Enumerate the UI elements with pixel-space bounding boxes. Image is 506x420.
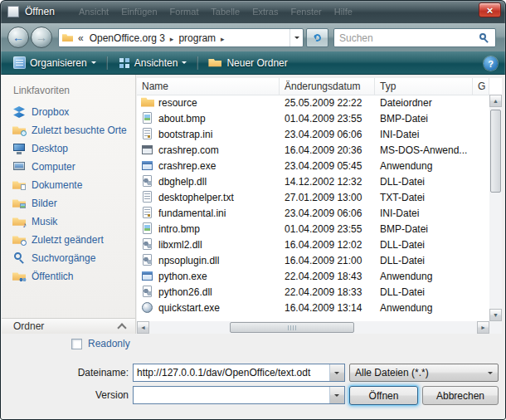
- sidebar-item-label: Zuletzt besuchte Orte: [32, 125, 127, 136]
- breadcrumb-collapse-button[interactable]: «: [75, 32, 86, 44]
- sidebar-item-recent-places[interactable]: Zuletzt besuchte Orte: [2, 121, 135, 139]
- file-row[interactable]: resource25.05.2009 22:22Dateiordner: [137, 95, 489, 110]
- file-row[interactable]: fundamental.ini23.04.2009 06:06INI-Datei: [137, 205, 489, 221]
- file-row[interactable]: desktophelper.txt27.01.2009 13:00TXT-Dat…: [137, 189, 489, 205]
- file-name-cell: dbghelp.dll: [137, 175, 280, 188]
- file-type-cell: Anwendung: [375, 271, 473, 282]
- dialog-icon: [7, 6, 19, 17]
- organize-button[interactable]: Organisieren: [7, 54, 103, 72]
- file-row[interactable]: intro.bmp01.04.2009 23:55BMP-Datei: [137, 221, 489, 237]
- titlebar[interactable]: Öffnen Ansicht Einfügen Format Tabelle E…: [0, 0, 506, 23]
- filename-label: Dateiname:: [47, 367, 129, 378]
- pictures-icon: [12, 197, 27, 210]
- new-folder-button[interactable]: Neuer Ordner: [202, 54, 294, 72]
- breadcrumb-chevron-icon[interactable]: [168, 32, 176, 44]
- file-row[interactable]: quickstart.exe16.04.2009 13:14Anwendung: [137, 300, 489, 315]
- filename-input[interactable]: [134, 364, 329, 381]
- forward-button[interactable]: [31, 27, 52, 48]
- file-row[interactable]: npsoplugin.dll16.04.2009 21:00DLL-Datei: [137, 252, 489, 268]
- views-button[interactable]: Ansichten: [111, 54, 194, 72]
- horizontal-scroll-thumb[interactable]: [230, 322, 354, 333]
- sidebar-item-label: Dropbox: [32, 106, 69, 118]
- sidebar-item-desktop[interactable]: Desktop: [2, 139, 135, 158]
- sidebar-item-dropbox[interactable]: Dropbox: [2, 103, 135, 121]
- breadcrumb[interactable]: « OpenOffice.org 3program: [58, 28, 304, 47]
- sidebar-item-pictures[interactable]: Bilder: [2, 194, 135, 212]
- file-row[interactable]: python.exe22.04.2009 18:43Anwendung: [137, 268, 489, 284]
- sidebar-item-searches[interactable]: Suchvorgänge: [2, 249, 135, 267]
- sidebar-item-computer[interactable]: Computer: [2, 158, 135, 176]
- version-dropdown-button[interactable]: [329, 387, 344, 403]
- vertical-scrollbar[interactable]: [489, 95, 502, 321]
- column-header[interactable]: G: [473, 78, 489, 95]
- sidebar-item-recent-changes[interactable]: Zuletzt geändert: [2, 231, 135, 249]
- file-row[interactable]: bootstrap.ini23.04.2009 06:06INI-Datei: [137, 126, 489, 142]
- file-date-cell: 16.04.2009 12:02: [280, 239, 375, 251]
- search-icon[interactable]: [479, 32, 490, 44]
- file-name: quickstart.exe: [158, 302, 220, 314]
- file-date-cell: 23.04.2009 06:06: [280, 208, 375, 219]
- open-button[interactable]: Öffnen: [349, 386, 418, 405]
- search-input[interactable]: [334, 32, 479, 44]
- file-row[interactable]: python26.dll22.04.2009 18:33DLL-Datei: [137, 284, 489, 300]
- file-row[interactable]: dbghelp.dll14.12.2002 12:32DLL-Datei: [137, 173, 489, 189]
- sidebar-item-public[interactable]: Öffentlich: [2, 267, 135, 286]
- refresh-button[interactable]: [306, 28, 328, 47]
- cancel-button[interactable]: Abbrechen: [422, 386, 499, 405]
- column-label: Änderungsdatum: [285, 81, 360, 92]
- version-input[interactable]: [134, 387, 329, 403]
- column-header[interactable]: Typ: [375, 78, 473, 95]
- file-row[interactable]: crashrep.exe23.04.2009 05:45Anwendung: [137, 158, 489, 173]
- column-header[interactable]: Name: [137, 78, 280, 95]
- version-label: Version: [47, 389, 129, 401]
- horizontal-scrollbar[interactable]: [137, 321, 489, 334]
- column-label: Typ: [380, 81, 396, 92]
- app-file-icon: [141, 270, 154, 283]
- quickstart-file-icon: [141, 301, 154, 315]
- readonly-checkbox[interactable]: [71, 339, 82, 349]
- readonly-label: Readonly: [88, 338, 130, 349]
- bmp-file-icon: [141, 112, 154, 125]
- breadcrumb-items: OpenOffice.org 3program: [86, 29, 226, 46]
- back-button[interactable]: [7, 27, 29, 48]
- scroll-down-arrow-icon[interactable]: [489, 309, 502, 321]
- chevron-down-icon: [182, 61, 187, 66]
- music-icon: [12, 215, 27, 228]
- app-file-icon: [141, 159, 154, 173]
- close-button[interactable]: [479, 2, 501, 17]
- file-type-cell: DLL-Datei: [375, 255, 473, 266]
- breadcrumb-item[interactable]: program: [175, 32, 219, 44]
- file-date-cell: 16.04.2009 21:00: [280, 255, 375, 266]
- filename-dropdown-button[interactable]: [329, 364, 344, 381]
- file-row[interactable]: libxml2.dll16.04.2009 12:02DLL-Datei: [137, 237, 489, 252]
- ini-file-icon: [141, 207, 154, 220]
- file-row[interactable]: about.bmp01.04.2009 23:55BMP-Datei: [137, 110, 489, 126]
- file-name: python.exe: [158, 271, 207, 282]
- scroll-left-arrow-icon[interactable]: [137, 321, 149, 334]
- folders-bar[interactable]: Ordner: [2, 318, 135, 334]
- sidebar-item-documents[interactable]: Dokumente: [2, 176, 135, 194]
- search-box: [333, 28, 496, 47]
- sidebar-item-label: Computer: [32, 161, 75, 173]
- scroll-up-arrow-icon[interactable]: [489, 95, 502, 107]
- file-row[interactable]: crashrep.com16.04.2009 20:36MS-DOS-Anwen…: [137, 142, 489, 158]
- file-name: crashrep.com: [158, 144, 219, 156]
- column-header[interactable]: Änderungsdatum: [280, 78, 375, 95]
- file-name: libxml2.dll: [158, 239, 202, 251]
- new-folder-icon: [208, 56, 222, 70]
- breadcrumb-item[interactable]: OpenOffice.org 3: [86, 32, 168, 44]
- file-name: dbghelp.dll: [158, 176, 207, 188]
- sidebar-item-music[interactable]: Musik: [2, 212, 135, 231]
- breadcrumb-chevron-icon[interactable]: [219, 32, 226, 44]
- sidebar-list: DropboxZuletzt besuchte OrteDesktopCompu…: [2, 103, 135, 286]
- vertical-scroll-thumb[interactable]: [490, 110, 501, 193]
- searches-icon: [12, 252, 27, 265]
- help-button[interactable]: [484, 56, 498, 71]
- recent-places-icon: [12, 124, 27, 137]
- file-name-cell: crashrep.com: [137, 144, 280, 157]
- breadcrumb-dropdown-button[interactable]: [289, 29, 303, 46]
- filetype-select[interactable]: Alle Dateien (*.*): [349, 364, 499, 382]
- file-name: fundamental.ini: [158, 208, 226, 219]
- scroll-right-arrow-icon[interactable]: [477, 321, 489, 334]
- file-date-cell: 16.04.2009 20:36: [280, 144, 375, 156]
